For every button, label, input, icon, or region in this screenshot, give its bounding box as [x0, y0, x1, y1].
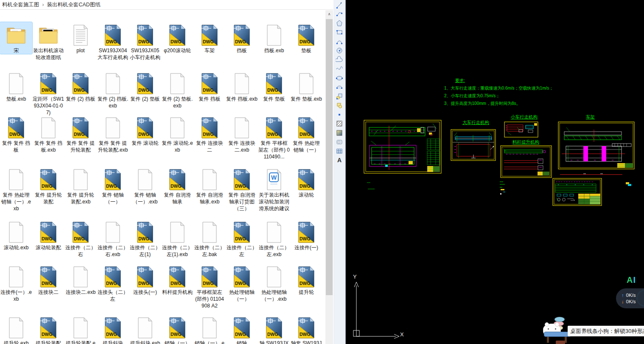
file-item[interactable]: 复件 复件 提升轮装配.exb	[97, 115, 129, 153]
ai-assistant-badge[interactable]: AI	[627, 275, 636, 285]
file-item[interactable]: 复件 (2) 垫板.exb	[161, 70, 193, 109]
file-item[interactable]: 复件 复件 挡板.exb	[32, 115, 64, 153]
file-item[interactable]: DWG复件 连接块二	[193, 115, 226, 153]
file-item[interactable]: DWG车架	[193, 22, 226, 54]
file-item[interactable]: plot	[64, 22, 97, 54]
scrollbar-up-arrow-icon[interactable]: ∧	[325, 10, 333, 17]
file-item[interactable]: 复件 销轴（一）.exb	[129, 166, 161, 205]
file-item[interactable]: 热处理销轴（一）.exb	[258, 264, 290, 302]
file-item[interactable]: 提升轮装配.exb	[64, 315, 97, 344]
file-item[interactable]: 滚动轮.exb	[0, 219, 32, 251]
file-item[interactable]: DWG复件 垫板	[258, 70, 290, 102]
tool-gradient-icon[interactable]	[335, 128, 344, 138]
file-item[interactable]: DWG复件 提升轮装配	[32, 166, 64, 205]
file-item[interactable]: DWG提升轮装配	[32, 315, 64, 344]
network-speed-widget[interactable]: ↑ 0K/s ↓ 0K/s	[616, 288, 644, 308]
file-item[interactable]: DWGSW193JX05小车行走机构	[129, 22, 161, 61]
file-item[interactable]: DWG定距环（SW193JX04-01-07)	[32, 70, 64, 116]
file-item[interactable]: DWG轴 SW193JX04-01-05	[258, 315, 290, 344]
tool-region-icon[interactable]	[335, 138, 344, 147]
file-item[interactable]: DWG轴套 SW193JX04-01-08	[290, 315, 322, 344]
tool-block-icon[interactable]	[335, 101, 344, 110]
file-item[interactable]: DWG连接头（二）左	[97, 264, 129, 302]
file-item[interactable]: 复件 (2) 挡板.exb	[97, 70, 129, 109]
tool-revision-cloud-icon[interactable]	[335, 55, 344, 65]
file-item[interactable]: DWG提升轮	[290, 264, 322, 296]
file-item[interactable]: DWG复件 (2) 垫板	[129, 70, 161, 102]
file-item[interactable]: 提升斜块.exb	[129, 315, 161, 344]
file-item[interactable]: DWG垫板	[290, 22, 322, 54]
tool-polygon-icon[interactable]	[335, 19, 344, 28]
file-item[interactable]: DWG复件 复件 挡板	[0, 115, 32, 153]
file-item[interactable]: DWG连接件（二）左	[226, 219, 258, 258]
tool-table-icon[interactable]	[335, 147, 344, 156]
file-item[interactable]: 垫板.exb	[0, 70, 32, 102]
file-item[interactable]: 复件 自润滑轴承.exb	[193, 166, 226, 205]
file-item[interactable]: DWG挡板	[226, 22, 258, 54]
tool-ellipse-icon[interactable]	[335, 73, 344, 83]
file-item[interactable]: DWG连接块二	[32, 264, 64, 296]
file-item[interactable]: 复件 挡板.exb	[226, 70, 258, 102]
text-file-icon	[64, 22, 97, 46]
breadcrumb-item[interactable]: 料机全套施工图	[0, 1, 42, 8]
file-item[interactable]: 复件 滚动轮.exb	[161, 115, 193, 153]
file-item[interactable]: DWG复件 复件 提升轮装配	[64, 115, 97, 153]
file-item[interactable]: DWG复件 平移框架左（部件) 0110490...	[258, 115, 290, 160]
breadcrumb-item[interactable]: 装出料机全套CAD图纸	[45, 1, 103, 8]
file-item[interactable]: DWG连接件（二）左(1)	[129, 219, 161, 258]
file-item[interactable]: DWG连接件（二）右	[64, 219, 97, 258]
vertical-scrollbar[interactable]: ∧	[325, 10, 333, 344]
tool-point-icon[interactable]	[335, 110, 344, 119]
file-item[interactable]: 连接件（二）右.exb	[97, 219, 129, 258]
file-item[interactable]: 连接件（二）左.exb	[258, 219, 290, 258]
file-item[interactable]: 复件 连接块二.exb	[226, 115, 258, 153]
file-item[interactable]: DWG复件 热处理销轴（一）	[290, 115, 322, 153]
file-item[interactable]: 连接件(一）.exb	[0, 264, 32, 302]
file-item[interactable]: 挡板.exb	[258, 22, 290, 54]
desktop-pet-widget[interactable]: 桌面养线条小狗：解锁30种形态	[543, 316, 644, 344]
file-item[interactable]: 复件 热处理销轴（一）.exb	[0, 166, 32, 212]
file-item[interactable]: DWG料杆提升机构	[161, 264, 193, 296]
file-item[interactable]: 复件 垫板.exb	[290, 70, 322, 102]
file-item[interactable]: 连接块二.exb	[64, 264, 97, 296]
file-item[interactable]: 宋	[0, 22, 32, 54]
file-item[interactable]: 连接件（二）左.bak	[193, 219, 226, 258]
tool-line-icon[interactable]	[335, 0, 344, 10]
file-item[interactable]: DWG滚动轮装配	[32, 219, 64, 251]
file-item[interactable]: W关于装出料机滚动轮加装润滑系统的建议	[258, 166, 290, 212]
file-item[interactable]: DWG复件 自润滑轴承订货图（三）	[226, 166, 258, 212]
tool-insert-block-icon[interactable]	[335, 92, 344, 101]
file-name: 提升轮	[290, 289, 322, 296]
file-item[interactable]: DWG提升斜块	[97, 315, 129, 344]
file-item[interactable]: DWG热处理销轴（一）	[226, 264, 258, 302]
file-item[interactable]: DWGφ200滚动轮	[161, 22, 193, 54]
file-item[interactable]: DWG连接头(一)	[129, 264, 161, 296]
tool-polyline-icon[interactable]	[335, 10, 344, 19]
file-item[interactable]: DWG复件 挡板	[193, 70, 226, 102]
file-item[interactable]: DWG销轴（一）	[161, 315, 193, 344]
file-item[interactable]: DWG平移框架左 (部件) 01104908 A2	[193, 264, 226, 309]
file-item[interactable]: 连接件（二）左(1).exb	[161, 219, 193, 258]
file-item[interactable]: 装出料机滚动轮改造图纸	[32, 22, 64, 61]
tool-spline-icon[interactable]	[335, 65, 344, 74]
file-item[interactable]: DWG复件 销轴（一）	[97, 166, 129, 205]
dwg-file-icon: DWG	[129, 22, 161, 46]
tool-hatch-icon[interactable]	[335, 119, 344, 129]
tool-elliptical-arc-icon[interactable]	[335, 83, 344, 92]
file-item[interactable]: DWGSW193JX04大车行走机构	[97, 22, 129, 61]
file-item[interactable]: DWG复件 (2) 挡板	[64, 70, 97, 102]
tool-arc-icon[interactable]	[335, 37, 344, 46]
file-item[interactable]: DWG复件 滚动轮	[129, 115, 161, 147]
scrollbar-thumb[interactable]	[326, 19, 333, 295]
file-item[interactable]: 销轴（一）.exb	[193, 315, 226, 344]
file-item[interactable]: DWG复件 自润滑轴承	[161, 166, 193, 205]
file-item[interactable]: DWG销轴	[226, 315, 258, 344]
tool-circle-icon[interactable]	[335, 46, 344, 56]
tool-text-icon[interactable]: A	[335, 156, 344, 165]
file-item[interactable]: DWG连接件(一)	[290, 219, 322, 251]
file-item[interactable]: 复件 提升轮装配.exb	[64, 166, 97, 205]
cad-canvas[interactable]: 要求: 1、大车行走速度：重载慢速为0.6m/s；空载快速为1m/s； 2、小车…	[346, 0, 644, 344]
tool-rectangle-icon[interactable]	[335, 28, 344, 37]
file-item[interactable]: DWG滚动轮	[290, 166, 322, 198]
file-item[interactable]: 提升轮.exb	[0, 315, 32, 344]
